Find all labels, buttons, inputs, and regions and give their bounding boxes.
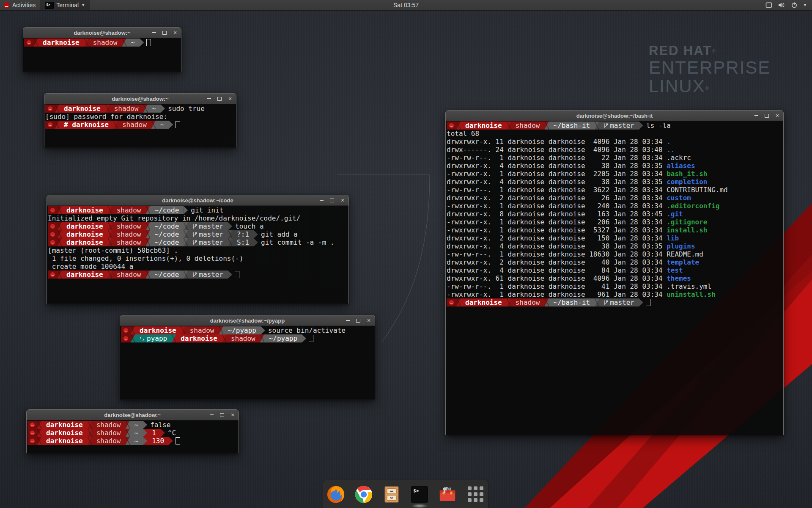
prompt-segment-host: shadow — [92, 421, 126, 429]
maximize-button[interactable] — [219, 412, 225, 417]
minimize-button[interactable] — [209, 412, 214, 417]
close-button[interactable]: × — [340, 198, 345, 203]
prompt-separator-arrow — [169, 121, 173, 129]
close-button[interactable]: × — [173, 30, 178, 35]
terminal-content[interactable]: darknoiseshadow~ — [23, 38, 181, 72]
minimize-button[interactable] — [151, 30, 156, 35]
prompt-segment-venv: pyapp — [135, 334, 172, 342]
prompt-separator-slash — [146, 206, 150, 214]
terminal-cursor — [309, 335, 313, 342]
terminal-output-line: create mode 100644 a — [48, 262, 348, 271]
chevron-down-icon: ▼ — [81, 3, 85, 7]
window-buttons: × — [319, 195, 345, 205]
dock-app-grid-icon[interactable] — [465, 484, 486, 505]
prompt-separator-slash — [456, 121, 461, 130]
maximize-button[interactable] — [217, 96, 222, 101]
prompt-segment-host: shadow — [185, 326, 219, 334]
volume-icon[interactable] — [778, 2, 785, 8]
prompt-separator-slash — [58, 222, 62, 230]
window-titlebar[interactable]: darknoise@shadow:~/code× — [47, 195, 348, 206]
minimize-button[interactable] — [206, 96, 211, 101]
window-titlebar[interactable]: darknoise@shadow:~× — [23, 28, 181, 38]
file-name: install.sh — [667, 226, 707, 234]
dock-chrome-icon[interactable] — [354, 484, 374, 505]
power-icon[interactable] — [791, 2, 797, 8]
terminal-cursor — [235, 271, 239, 278]
prompt-separator-slash — [126, 421, 130, 429]
prompt-line: pyappdarknoiseshadow~/pyapp — [121, 334, 375, 342]
redhat-prompt-icon — [48, 238, 58, 246]
prompt-separator-slash — [184, 222, 188, 230]
prompt-line: darknoiseshadow~/codegit init — [48, 206, 348, 214]
clock[interactable]: Sat 03:57 — [0, 2, 812, 8]
dock-firefox-icon[interactable] — [326, 484, 346, 505]
maximize-button[interactable] — [329, 198, 335, 203]
chevron-down-icon[interactable]: ▼ — [803, 3, 807, 7]
redhat-prompt-icon — [48, 271, 58, 279]
prompt-separator-arrow — [639, 121, 643, 130]
prompt-segment-user: darknoise — [62, 222, 108, 230]
close-button[interactable]: × — [366, 318, 371, 323]
command-text: false — [150, 421, 170, 429]
terminal-window-t1: darknoise@shadow:~×darknoiseshadow~ — [23, 27, 181, 72]
prompt-separator-slash — [126, 429, 130, 437]
minimize-button[interactable] — [754, 113, 759, 118]
minimize-button[interactable] — [319, 198, 324, 203]
window-buttons: × — [209, 410, 235, 420]
prompt-segment-path: ~ — [156, 121, 169, 129]
prompt-separator-slash — [84, 39, 88, 47]
dock-toolbox-icon[interactable] — [437, 484, 458, 505]
prompt-segment-user: darknoise — [62, 238, 108, 246]
prompt-segment-branch: master — [188, 238, 228, 246]
prompt-separator-slash — [507, 298, 511, 306]
window-titlebar[interactable]: darknoise@shadow:~× — [44, 94, 236, 104]
terminal-content[interactable]: darknoiseshadow~/bash-itmasterls -latota… — [446, 121, 783, 435]
window-buttons: × — [345, 315, 371, 326]
redhat-logo-icon — [3, 2, 10, 8]
terminal-content[interactable]: darknoiseshadow~/pyappsource bin/activat… — [120, 326, 375, 400]
prompt-separator-arrow — [254, 230, 258, 238]
app-menu-terminal[interactable]: $> Terminal ▼ — [40, 0, 90, 10]
close-button[interactable]: × — [775, 113, 780, 118]
maximize-button[interactable] — [162, 30, 167, 35]
prompt-segment-user: darknoise — [135, 326, 181, 334]
prompt-separator-slash — [228, 230, 232, 238]
prompt-separator-slash — [143, 105, 148, 113]
registered-mark: ® — [712, 48, 715, 53]
command-text: git add a — [261, 230, 298, 238]
prompt-separator-slash — [88, 437, 92, 445]
terminal-content[interactable]: darknoiseshadow~falsedarknoiseshadow~1^C… — [27, 420, 239, 453]
prompt-segment-user: darknoise — [62, 271, 108, 279]
terminal-content[interactable]: darknoiseshadow~/codegit initInitialized… — [47, 206, 348, 304]
dock-files-icon[interactable] — [381, 484, 402, 505]
file-list-row: drwxrwxr-x. 4 darknoise darknoise 38 Jan… — [447, 178, 783, 186]
output-text: create mode 100644 a — [48, 262, 133, 271]
window-titlebar[interactable]: darknoise@shadow:~× — [27, 410, 239, 420]
prompt-separator-arrow — [254, 238, 258, 246]
command-text: ^C — [168, 429, 176, 437]
minimize-button[interactable] — [345, 318, 350, 323]
window-title: darknoise@shadow:~ — [104, 412, 161, 418]
activities-button[interactable]: Activities — [0, 0, 40, 10]
redhat-prompt-icon — [121, 326, 131, 334]
dock: $> — [323, 480, 488, 508]
terminal-content[interactable]: darknoiseshadow~sudo true[sudo] password… — [44, 104, 236, 148]
window-titlebar[interactable]: darknoise@shadow:~/pyapp× — [120, 315, 375, 326]
file-name: .gitignore — [667, 218, 707, 226]
dock-terminal-icon[interactable]: $> — [409, 484, 430, 505]
prompt-separator-arrow — [261, 326, 265, 334]
window-titlebar[interactable]: darknoise@shadow:~/bash-it× — [446, 110, 783, 121]
maximize-button[interactable] — [356, 318, 361, 323]
close-button[interactable]: × — [230, 412, 235, 417]
file-attrs: drwxrwxr-x. 4 darknoise darknoise 84 Jan… — [447, 266, 667, 274]
close-button[interactable]: × — [228, 96, 233, 101]
git-branch-icon — [604, 123, 608, 129]
prompt-segment-user: darknoise — [41, 429, 88, 437]
screen-icon[interactable] — [765, 2, 772, 8]
output-text: [master (root-commit) 50bcb63] . — [48, 246, 178, 254]
terminal-cursor — [176, 121, 180, 128]
prompt-separator-slash — [113, 121, 118, 129]
prompt-separator-slash — [172, 334, 176, 342]
file-attrs: drwxrwxr-x. 4 darknoise darknoise 38 Jan… — [447, 178, 667, 186]
maximize-button[interactable] — [764, 113, 769, 118]
